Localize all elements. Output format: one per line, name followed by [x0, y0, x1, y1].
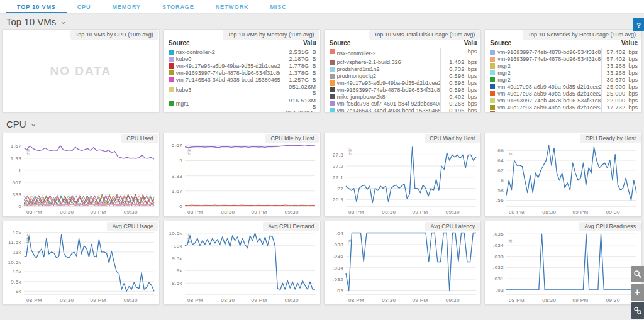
svg-text:9k: 9k: [177, 268, 183, 273]
value: 0.732: [449, 66, 465, 72]
series-color-swatch: [490, 105, 495, 110]
table-row[interactable]: vm-49c17e93-a6b9-49ba-9d35-d2b1cee29e201…: [485, 104, 641, 111]
svg-text:9.5k: 9.5k: [11, 279, 21, 285]
section-header-cpu[interactable]: CPU ⌄: [0, 116, 644, 131]
svg-text:08:30: 08:30: [60, 209, 74, 215]
chart-avg-cpu-readiness[interactable]: Avg CPU Readiness .035.034.033.032.031.0…: [484, 221, 642, 305]
unit: bps: [628, 91, 638, 97]
series-color-swatch: [490, 50, 495, 55]
table-row[interactable]: 864.360M: [164, 111, 320, 112]
table-row[interactable]: pcf-vsphere-2.1-build.3261.402bps: [325, 58, 481, 65]
value-cell: 17.732bps: [601, 104, 641, 111]
chart-plot-area[interactable]: 10.5k10k9.5k9k8.5k08 PM08:3009 PM09:30Mh…: [164, 221, 320, 304]
column-value[interactable]: Valu: [303, 40, 316, 47]
chart-cpu-ready[interactable]: CPU Ready by Host .66.64.62.6.58.5608 PM…: [484, 133, 642, 217]
table-row[interactable]: vm-91693997-74eb-4878-bd96-534f31c8d3e25…: [485, 48, 641, 55]
nav-tab-memory[interactable]: MEMORY: [101, 0, 152, 13]
chart-cpu-wait[interactable]: CPU Wait by Host 27.327.227.12726.908 PM…: [324, 133, 482, 217]
chart-plot-area[interactable]: .04.038.036.034.032.0308 PM08:3009 PM09:…: [325, 221, 481, 304]
table-row[interactable]: mgr233.268bps: [485, 69, 641, 76]
table-row[interactable]: nsx-controller-2bps: [325, 48, 481, 58]
unit: bps: [628, 97, 638, 104]
chart-avg-cpu-latency[interactable]: Avg CPU Latency .04.038.036.034.032.0308…: [324, 221, 482, 305]
unit: bps: [628, 56, 638, 62]
value-cell: 1.257GB: [280, 76, 320, 83]
table-row[interactable]: vm-49c17e93-a6b9-49ba-9d35-d2b1cee29e202…: [485, 83, 641, 90]
source-name: vm-49c17e93-a6b9-49ba-9d35-d2b1cee29e20: [497, 104, 601, 111]
series-color-swatch: [490, 84, 495, 89]
column-source[interactable]: Source: [330, 40, 351, 47]
table-row[interactable]: vm-91693997-74eb-4878-bd96-534f31c8d3e21…: [164, 69, 320, 76]
table-row[interactable]: vm-49c17e93-a6b9-49ba-9d35-d2b1cee29e201…: [164, 62, 320, 69]
svg-text:09 PM: 09 PM: [573, 209, 589, 215]
chart-plot-area[interactable]: 1.671.331.667.333008 PM08:3009 PM09:30mi…: [3, 133, 159, 216]
nav-tab-top-10-vms[interactable]: TOP 10 VMS: [6, 0, 67, 13]
section-header-top10[interactable]: Top 10 VMs ⌄: [0, 14, 644, 29]
table-row[interactable]: prodshard1rs1n20.732bps: [325, 65, 481, 72]
svg-text:09 PM: 09 PM: [412, 297, 428, 303]
table-row[interactable]: mike-jumpboxw2k80.402bps: [325, 93, 481, 100]
table-row[interactable]: vm-fc5dc798-c9f7-4601-b84f-92debc840d3b0…: [325, 100, 481, 107]
chart-avg-cpu-usage[interactable]: Avg CPU Usage 12k11.5k11k10.5k10k9.5k9k0…: [2, 221, 160, 305]
table-row[interactable]: vm-7e146543-34bd-4938-bccd-15389465aa4f1…: [164, 76, 320, 83]
svg-text:6.67: 6.67: [172, 143, 182, 148]
nav-tab-storage[interactable]: STORAGE: [152, 0, 205, 13]
table-row[interactable]: mgr1916.513MB: [164, 97, 320, 111]
value: 1.778G: [289, 63, 309, 69]
chart-cpu-idle[interactable]: CPU Idle by Host 6.6753.331.67008 PM08:3…: [163, 133, 321, 217]
help-button[interactable]: ?: [633, 18, 644, 31]
source-name: vm-91693997-74eb-4878-bd96-534f31c8d3e2: [497, 56, 601, 62]
svg-text:08:30: 08:30: [543, 297, 557, 303]
column-value[interactable]: Value: [621, 40, 638, 47]
chart-plot-area[interactable]: 12k11.5k11k10.5k10k9.5k9k08 PM08:3009 PM…: [3, 221, 159, 304]
table-row[interactable]: mgr230.670bps: [485, 76, 641, 83]
source-name: mgr2: [497, 77, 601, 83]
nav-tab-cpu[interactable]: CPU: [67, 0, 102, 13]
svg-text:10k: 10k: [174, 243, 183, 249]
svg-text:1.67: 1.67: [11, 143, 21, 149]
source-name: vm-7e146543-34bd-4938-bccd-15389465aa4f: [337, 108, 441, 113]
link-button[interactable]: [631, 302, 644, 319]
table-row[interactable]: vm-49c17e93-a6b9-49ba-9d35-d2b1cee29e200…: [325, 79, 481, 86]
svg-text:0: 0: [179, 204, 182, 209]
nav-tab-misc[interactable]: MISC: [259, 0, 297, 13]
svg-text:.03: .03: [496, 287, 504, 293]
table-row[interactable]: prodmongocfg20.598bps: [325, 72, 481, 79]
disk-table: Source Valu nsx-controller-2bpspcf-vsphe…: [325, 38, 481, 112]
table-row[interactable]: nsx-controller-22.531GB: [164, 48, 320, 55]
column-source[interactable]: Source: [169, 40, 190, 47]
chart-avg-cpu-demand[interactable]: Avg CPU Demand 10.5k10k9.5k9k8.5k08 PM08…: [163, 221, 321, 305]
column-value[interactable]: Valu: [464, 40, 477, 47]
series-color-swatch: [169, 101, 174, 106]
svg-text:1.67: 1.67: [172, 189, 182, 194]
zoom-button[interactable]: [631, 266, 644, 282]
table-row[interactable]: [485, 111, 641, 112]
svg-text:10.5k: 10.5k: [169, 231, 182, 236]
chart-title: Avg CPU Demand: [263, 222, 319, 231]
chart-plot-area[interactable]: .035.034.033.032.031.0308 PM08:3009 PM09…: [485, 221, 641, 304]
svg-text:.038: .038: [332, 242, 343, 248]
svg-text:.03: .03: [335, 288, 343, 294]
table-row[interactable]: vm-91693997-74eb-4878-bd96-534f31c8d3e22…: [485, 97, 641, 104]
chart-cpu-used[interactable]: CPU Used 1.671.331.667.333008 PM08:3009 …: [2, 133, 160, 217]
add-button[interactable]: +: [631, 284, 644, 301]
source-name: mike-jumpboxw2k8: [337, 94, 441, 100]
chevron-down-icon: ⌄: [60, 18, 67, 25]
chart-plot-area[interactable]: 27.327.227.12726.908 PM08:3009 PM09:30mi…: [325, 133, 481, 216]
unit: B: [312, 49, 316, 55]
svg-text:10k: 10k: [13, 269, 22, 275]
table-row[interactable]: vm-7e146543-34bd-4938-bccd-15389465aa4f0…: [325, 107, 481, 112]
nav-tab-network[interactable]: NETWORK: [205, 0, 260, 13]
table-row[interactable]: vm-49c17e93-a6b9-49ba-9d35-d2b1cee29e202…: [485, 90, 641, 97]
column-source[interactable]: Source: [490, 40, 511, 47]
svg-text:08 PM: 08 PM: [187, 209, 203, 215]
table-row[interactable]: vm-91693997-74eb-4878-bd96-534f31c8d3e20…: [325, 86, 481, 93]
chart-plot-area[interactable]: 6.6753.331.67008 PM08:3009 PM09:30min: [164, 133, 320, 216]
table-row[interactable]: kube02.187GB: [164, 55, 320, 62]
table-row[interactable]: mgr233.268bps: [485, 62, 641, 69]
svg-text:1: 1: [18, 168, 21, 174]
chart-plot-area[interactable]: .66.64.62.6.58.5608 PM08:3009 PM09:30s: [485, 133, 641, 216]
table-row[interactable]: vm-91693997-74eb-4878-bd96-534f31c8d3e25…: [485, 55, 641, 62]
svg-text:3.33: 3.33: [172, 174, 182, 179]
table-row[interactable]: kube3951.026MB: [164, 83, 320, 97]
